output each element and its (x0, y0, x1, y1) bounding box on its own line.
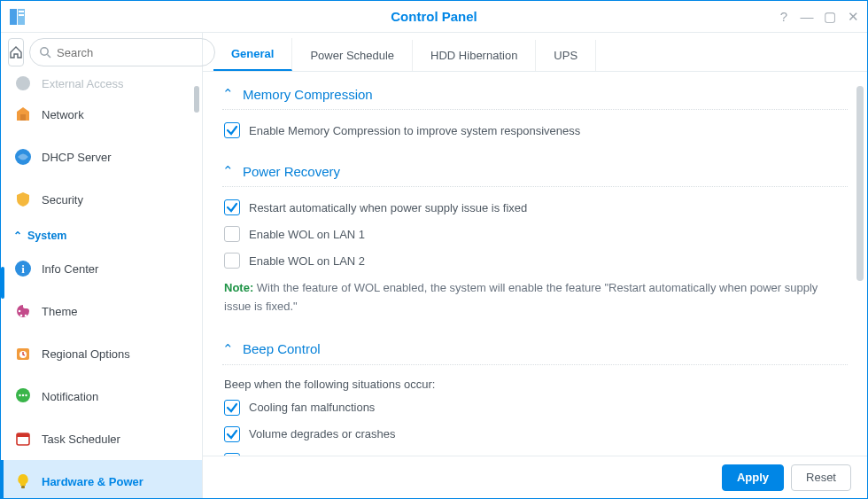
svg-point-4 (41, 48, 48, 55)
checkbox[interactable] (224, 226, 240, 242)
svg-rect-7 (20, 114, 26, 121)
sidebar-list: External Access Network DHCP Server Secu… (1, 72, 202, 498)
app-icon (8, 7, 27, 27)
chevron-up-icon: ⌃ (222, 163, 234, 179)
chat-icon (13, 386, 33, 406)
sidebar-item-external-access[interactable]: External Access (1, 74, 202, 93)
home-button[interactable] (8, 38, 24, 66)
info-icon: i (13, 259, 33, 278)
svg-rect-22 (21, 486, 25, 488)
panel-beep-control[interactable]: ⌃ Beep Control (222, 329, 848, 365)
option-wol-lan1[interactable]: Enable WOL on LAN 1 (224, 221, 848, 247)
svg-point-12 (20, 315, 23, 317)
checkbox[interactable] (224, 400, 240, 416)
sidebar: External Access Network DHCP Server Secu… (1, 33, 203, 498)
content-area: ⌃ Memory Compression Enable Memory Compr… (203, 72, 867, 456)
option-restart-auto[interactable]: Restart automatically when power supply … (224, 194, 848, 221)
clock-icon (13, 344, 33, 363)
option-wol-lan2[interactable]: Enable WOL on LAN 2 (224, 247, 848, 274)
window-title: Control Panel (1, 9, 867, 24)
sidebar-scrollbar[interactable] (194, 86, 199, 113)
search-input[interactable] (57, 46, 205, 59)
svg-point-17 (19, 394, 20, 396)
chevron-up-icon: ⌃ (13, 230, 22, 242)
sidebar-item-info-center[interactable]: i Info Center (1, 247, 202, 290)
checkbox[interactable] (224, 253, 240, 269)
panel-power-recovery[interactable]: ⌃ Power Recovery (222, 151, 848, 187)
sidebar-item-notification[interactable]: Notification (1, 375, 202, 417)
search-icon (39, 46, 51, 58)
tab-hdd-hibernation[interactable]: HDD Hibernation (413, 40, 536, 71)
panel-memory-compression[interactable]: ⌃ Memory Compression (222, 75, 848, 110)
option-cooling-fan[interactable]: Cooling fan malfunctions (224, 394, 848, 421)
control-panel-window: Control Panel ? — ▢ ✕ External Acc (0, 0, 868, 499)
svg-text:i: i (21, 262, 25, 276)
footer: Apply Reset (203, 456, 867, 498)
apply-button[interactable]: Apply (722, 464, 784, 491)
svg-rect-0 (10, 9, 17, 25)
option-ssd-cache[interactable]: SSD cache is abnormal (224, 448, 848, 456)
sidebar-item-regional[interactable]: Regional Options (1, 332, 202, 375)
shield-icon (13, 190, 33, 209)
close-icon[interactable]: ✕ (846, 9, 860, 25)
option-volume-degrades[interactable]: Volume degrades or crashes (224, 421, 848, 448)
sidebar-item-dhcp[interactable]: DHCP Server (1, 136, 202, 178)
chevron-up-icon: ⌃ (222, 86, 234, 102)
svg-line-5 (48, 55, 51, 58)
tab-power-schedule[interactable]: Power Schedule (292, 40, 413, 71)
sidebar-item-security[interactable]: Security (1, 178, 202, 221)
calendar-icon (13, 429, 33, 448)
tab-ups[interactable]: UPS (536, 40, 596, 71)
tabs: General Power Schedule HDD Hibernation U… (203, 33, 867, 72)
sidebar-item-theme[interactable]: Theme (1, 290, 202, 332)
chevron-up-icon: ⌃ (222, 341, 234, 357)
sidebar-item-network[interactable]: Network (1, 93, 202, 136)
wol-note: Note: With the feature of WOL enabled, t… (224, 274, 848, 322)
sidebar-item-hardware-power[interactable]: Hardware & Power (1, 460, 202, 498)
home-icon (9, 45, 23, 59)
main-panel: General Power Schedule HDD Hibernation U… (203, 33, 867, 498)
active-indicator (1, 267, 4, 299)
checkbox[interactable] (224, 426, 240, 442)
svg-point-6 (16, 76, 30, 90)
content-scrollbar[interactable] (856, 86, 864, 281)
help-icon[interactable]: ? (777, 9, 791, 25)
svg-point-18 (22, 394, 24, 396)
globe-icon (13, 74, 33, 93)
search-box[interactable] (29, 38, 215, 66)
checkbox[interactable] (224, 199, 240, 215)
maximize-icon[interactable]: ▢ (823, 9, 837, 25)
section-system[interactable]: ⌃ System (1, 221, 202, 247)
svg-point-13 (25, 315, 27, 317)
checkbox[interactable] (224, 122, 240, 138)
svg-point-11 (19, 310, 21, 313)
dhcp-icon (13, 147, 33, 167)
tab-general[interactable]: General (213, 38, 292, 71)
palette-icon (13, 301, 33, 321)
svg-point-19 (25, 394, 27, 396)
minimize-icon[interactable]: — (800, 9, 814, 25)
svg-rect-2 (19, 11, 24, 12)
beep-subtitle: Beep when the following situations occur… (224, 372, 848, 394)
network-icon (13, 105, 33, 124)
checkbox[interactable] (224, 453, 240, 456)
reset-button[interactable]: Reset (791, 464, 851, 491)
svg-rect-21 (17, 433, 29, 437)
option-enable-memory-compression[interactable]: Enable Memory Compression to improve sys… (224, 117, 848, 144)
titlebar: Control Panel ? — ▢ ✕ (1, 1, 867, 33)
svg-rect-3 (19, 14, 24, 16)
bulb-icon (13, 472, 33, 491)
sidebar-item-task-scheduler[interactable]: Task Scheduler (1, 417, 202, 460)
